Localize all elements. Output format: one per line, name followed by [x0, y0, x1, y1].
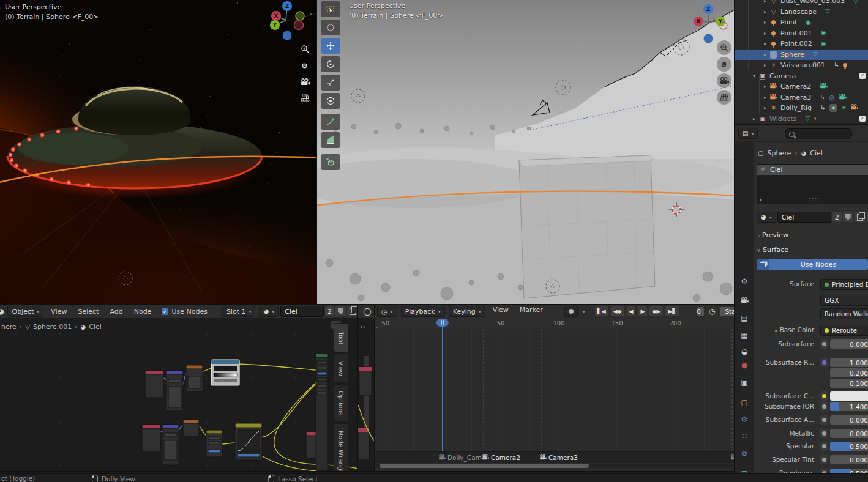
material-browse-dropdown[interactable]: ◕▾ — [757, 212, 776, 223]
timeline-editor[interactable]: ◷▾ Playback▾Keying▾ViewMarker ▾ ▌◀ ◀◆ ◀ … — [375, 305, 735, 471]
socket-button[interactable] — [820, 429, 828, 438]
slider-Subsurface IOR[interactable]: 1.400 — [830, 402, 868, 411]
material-slot-active[interactable]: Ciel — [757, 165, 868, 175]
collection-properties-tab[interactable]: ▣ — [735, 378, 754, 387]
copy-material-icon[interactable] — [347, 306, 358, 316]
shader-editor-icon[interactable]: ◕ — [0, 308, 4, 315]
outliner-row-vaisseau.001[interactable]: ▸ ⌖ Vaisseau.001 ↳ — [735, 60, 868, 70]
material-users-count[interactable]: 2 — [325, 306, 334, 316]
socket-button[interactable] — [820, 339, 828, 349]
disclosure-icon[interactable]: ▸ — [761, 0, 769, 4]
outliner-row-point[interactable]: ▸ Point ◉ — [735, 17, 868, 28]
prop-dropdown[interactable]: Principled BSDF — [820, 279, 868, 290]
material-slot-list[interactable]: Ciel ▸ :::: — [757, 164, 868, 204]
socket-button[interactable] — [820, 402, 828, 411]
outliner-row-landscape[interactable]: ▸ ▽ Landscape ▽ — [735, 7, 868, 17]
outliner-row-widgets[interactable]: ▸ ▣ Widgets ▽4 ✓ — [735, 114, 868, 124]
timeline-marker-camera2[interactable]: Camera2 — [482, 454, 520, 461]
tool-select-box-button[interactable] — [321, 1, 340, 17]
menu-node[interactable]: Node — [129, 308, 157, 316]
prop-dropdown[interactable]: Random Walk — [820, 308, 868, 319]
start-frame-field[interactable]: Start1 — [720, 307, 735, 316]
viewport-center-scene[interactable] — [317, 0, 735, 305]
slider-Subsurface A...[interactable]: 0.000 — [830, 415, 868, 425]
zoom-icon[interactable] — [717, 40, 731, 55]
properties-editor[interactable]: ▤▾ ⚙▤▦◒●▣▢⚙∷⊚▽◑▩ ▢Sphere › ◕Ciel Ciel ▸ … — [735, 125, 868, 473]
socket-button[interactable] — [820, 391, 828, 401]
socket-button[interactable] — [820, 455, 828, 464]
slider-Specular[interactable]: 0.500 — [830, 442, 868, 451]
tool-properties-tab[interactable]: ⚙ — [735, 277, 754, 286]
markers-row[interactable]: Dolly_Cam Camera2 Camera3 — [375, 451, 735, 463]
timeline-marker[interactable] — [730, 454, 735, 461]
sidebar-tab-tool[interactable]: Tool — [334, 323, 348, 352]
slot-expand-icon[interactable]: ▸ — [760, 197, 762, 202]
disclosure-icon[interactable]: ▸ — [750, 116, 758, 122]
outliner-row-point.001[interactable]: ▸ Point.001 ◉ — [735, 28, 868, 39]
disclosure-open-icon[interactable]: ▾ — [750, 73, 758, 79]
outliner-row-dust_wave_03.003[interactable]: ▸ ▽ Dust_Wave_03.003 ▽ — [735, 0, 868, 6]
copy-material-icon[interactable] — [855, 212, 866, 222]
timeline-editor-type-dropdown[interactable]: ◷▾ — [377, 306, 397, 317]
color-swatch-Subsurface C...[interactable] — [830, 391, 868, 401]
timeline-scrollbar[interactable] — [376, 464, 733, 468]
outliner-row-dolly_rig[interactable]: ▸ ✶ Dolly_Rig ↳✶✶ — [735, 103, 868, 113]
viewport-left-scene[interactable] — [0, 0, 317, 305]
outliner-row-point.002[interactable]: ▸ Point.002 ◉ — [735, 39, 868, 49]
tool-measure-button[interactable] — [321, 132, 340, 148]
node-canvas[interactable] — [0, 318, 358, 471]
menu-add[interactable]: Add — [104, 308, 128, 316]
slider-Specular Tint[interactable]: 0.000 — [830, 455, 868, 464]
jump-to-end-button[interactable]: ▶▌ — [665, 306, 679, 316]
disclosure-icon[interactable]: ▸ — [761, 52, 769, 57]
timeline-marker-dolly_cam[interactable]: Dolly_Cam — [438, 454, 482, 461]
tool-rotate-button[interactable] — [321, 56, 340, 72]
region-split-icons[interactable]: ‹› — [360, 323, 365, 331]
tool-add-cube-button[interactable] — [321, 154, 340, 170]
visibility-checkbox[interactable]: ✓ — [859, 116, 866, 122]
disclosure-icon[interactable]: ▸ — [761, 31, 769, 36]
disclosure-icon[interactable]: ▸ — [761, 95, 769, 100]
menu-view[interactable]: View — [45, 308, 72, 316]
use-nodes-checkbox[interactable]: ✓ Use Nodes — [162, 308, 208, 316]
play-reverse-button[interactable]: ◀ — [627, 306, 636, 316]
viewport-3d-left[interactable]: User Perspective (0) Terrain | Sphere <F… — [0, 0, 317, 305]
outliner-row-camera2[interactable]: ▸ Camera2 — [735, 81, 868, 92]
channel-expand-icon[interactable]: › — [375, 324, 378, 330]
disclosure-icon[interactable]: ▸ — [761, 105, 769, 111]
particles-properties-tab[interactable]: ∷ — [735, 432, 754, 440]
material-name-field[interactable]: Ciel — [280, 306, 324, 317]
narrow-shader-editor[interactable]: ◯ ‹› — [358, 305, 375, 471]
slider-Subsurface[interactable]: 0.000 — [830, 339, 868, 349]
perspective-toggle-icon[interactable] — [297, 91, 312, 105]
outliner-row-sphere[interactable]: ▸ ▽ Sphere ▽ — [735, 50, 868, 60]
outliner[interactable]: ▸ ▽ Dust_Wave_03.003 ▽ ▸ ▽ Landscape ▽ ▸… — [735, 0, 868, 124]
surface-panel-header[interactable]: ∨ Surface — [757, 246, 788, 254]
camera-view-icon[interactable] — [717, 73, 731, 88]
physics-properties-tab[interactable]: ⊚ — [735, 449, 754, 458]
fake-user-shield-icon[interactable] — [843, 212, 853, 222]
next-keyframe-button[interactable]: ◆▶ — [649, 306, 663, 316]
pan-hand-icon[interactable] — [297, 58, 312, 73]
menu-view[interactable]: View — [487, 306, 514, 317]
socket-button[interactable] — [820, 442, 828, 451]
tool-scale-button[interactable] — [321, 75, 340, 91]
material-name-field[interactable]: Ciel — [777, 212, 831, 223]
pan-hand-icon[interactable] — [717, 57, 731, 72]
play-button[interactable]: ▶ — [638, 306, 647, 316]
viewport-3d-center[interactable]: User Perspective (0) Terrain | Sphere <F… — [317, 0, 735, 305]
material-users-count[interactable]: 2 — [832, 212, 842, 222]
disclosure-icon[interactable]: ▸ — [761, 84, 769, 89]
properties-search-input[interactable] — [785, 128, 852, 139]
timeline-canvas[interactable] — [375, 329, 735, 451]
shader-type-dropdown[interactable]: Object▾ — [7, 306, 43, 317]
resize-grip-icon[interactable]: :::: — [809, 195, 820, 203]
scene-properties-tab[interactable]: ◒ — [735, 347, 754, 356]
outliner-row-camera[interactable]: ▾ ▣ Camera ✓ — [735, 71, 868, 81]
shader-editor-icon[interactable]: ◯ — [363, 308, 371, 315]
disclosure-icon[interactable]: ▸ — [761, 9, 769, 15]
menu-select[interactable]: Select — [72, 308, 104, 316]
disclosure-icon[interactable]: ▸ — [761, 41, 769, 46]
sidebar-tab-options[interactable]: Options — [334, 384, 348, 422]
use-nodes-button[interactable]: Use Nodes — [757, 259, 868, 270]
